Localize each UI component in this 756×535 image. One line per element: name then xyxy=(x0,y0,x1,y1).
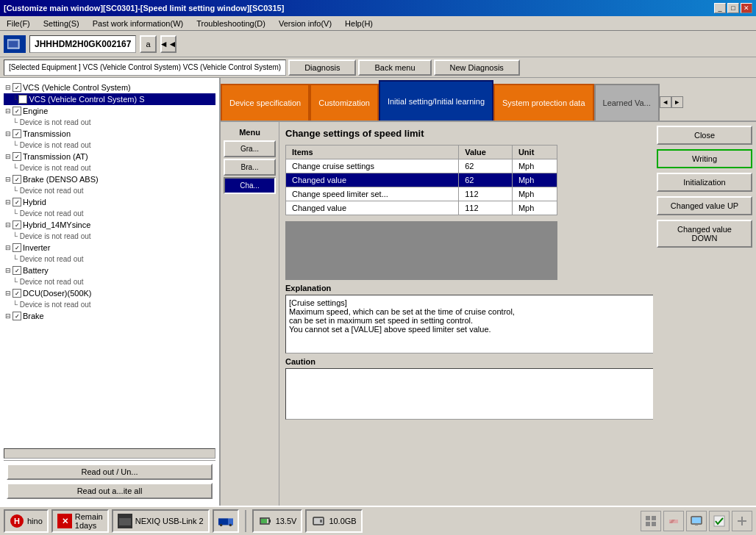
tab-left-arrow[interactable]: ◄ xyxy=(660,96,671,108)
read-out-all-button[interactable]: Read out a...ite all xyxy=(7,483,213,499)
taskbar-truck[interactable] xyxy=(213,509,239,533)
list-item[interactable]: ⊟ ✓ Inverter xyxy=(4,242,215,254)
list-item[interactable]: ⊟ ✓ Hybrid xyxy=(4,196,215,208)
tree-checkbox[interactable]: ✓ xyxy=(13,175,21,184)
tab-initial-setting[interactable]: Initial setting/Initial learning xyxy=(379,80,493,121)
svg-rect-21 xyxy=(646,522,650,526)
tree-checkbox[interactable]: ✓ xyxy=(13,152,21,161)
tree-checkbox[interactable]: ✓ xyxy=(13,129,21,138)
svg-rect-19 xyxy=(646,516,650,520)
taskbar-hino[interactable]: H hino xyxy=(4,509,49,533)
tree-checkbox[interactable]: ✓ xyxy=(13,198,21,207)
expand-icon[interactable]: ⊟ xyxy=(5,130,11,137)
taskbar-tools-button[interactable] xyxy=(732,511,752,531)
taskbar-grid-button[interactable] xyxy=(641,511,661,531)
expand-icon[interactable]: ⊟ xyxy=(5,244,11,251)
table-row[interactable]: Changed value 62 Mph xyxy=(286,173,557,187)
taskbar-monitor-button[interactable] xyxy=(686,511,707,531)
tree-checkbox[interactable]: ✓ xyxy=(13,83,21,92)
menu-troubleshoot[interactable]: Troubleshooting(D) xyxy=(193,18,268,29)
list-item[interactable]: ⊟ ✓ Battery xyxy=(4,265,215,276)
tree-checkbox[interactable]: ✓ xyxy=(13,107,21,115)
tree-leaf-label: └ Device not read out xyxy=(13,255,84,263)
close-button[interactable]: Close xyxy=(657,126,752,145)
list-item[interactable]: ⊟ ✓ VCS (Vehicle Control System) xyxy=(4,82,215,93)
taskbar-eraser-button[interactable] xyxy=(663,511,684,531)
list-item[interactable]: └ Device is not read out xyxy=(4,162,215,173)
tree-bottom-buttons: Read out / Un... Read out a...ite all xyxy=(4,460,215,502)
menu-setting[interactable]: Setting(S) xyxy=(40,18,82,29)
diagnosis-button[interactable]: Diagnosis xyxy=(288,60,356,76)
taskbar-check-button[interactable] xyxy=(709,511,730,531)
expand-icon[interactable]: ⊟ xyxy=(5,267,11,274)
left-menu-item-bra[interactable]: Bra... xyxy=(224,159,276,176)
expand-icon[interactable]: ⊟ xyxy=(5,198,11,206)
list-item[interactable]: └ Device not read out xyxy=(4,276,215,287)
tree-checkbox[interactable]: ✓ xyxy=(13,312,21,320)
tree-checkbox[interactable]: ✓ xyxy=(13,220,21,229)
close-window-button[interactable]: ✕ xyxy=(741,3,752,13)
list-item[interactable]: └ ✓ VCS (Vehicle Control System) S xyxy=(4,93,215,105)
table-row[interactable]: Change cruise settings 62 Mph xyxy=(286,159,557,173)
list-item[interactable]: └ Device is not read out xyxy=(4,117,215,128)
list-item[interactable]: ⊟ ✓ DCU(Doser)(500K) xyxy=(4,287,215,299)
tree-checkbox[interactable]: ✓ xyxy=(13,243,21,252)
tab-system-protection[interactable]: System protection data xyxy=(493,84,594,121)
table-row[interactable]: Changed value 112 Mph xyxy=(286,201,557,215)
left-menu-item-cha[interactable]: Cha... xyxy=(224,177,276,194)
expand-icon[interactable]: ⊟ xyxy=(5,290,11,297)
list-item[interactable]: ⊟ ✓ Transmission (AT) xyxy=(4,151,215,162)
back-menu-button[interactable]: Back menu xyxy=(358,60,431,76)
tab-right-arrow[interactable]: ► xyxy=(671,96,683,108)
nav-left-button[interactable]: ◄◄ xyxy=(160,35,176,53)
list-item[interactable]: └ Device is not read out xyxy=(4,231,215,242)
taskbar-nexiq[interactable]: NEXIQ USB-Link 2 xyxy=(112,509,210,533)
expand-icon[interactable]: ⊟ xyxy=(5,107,11,115)
menu-past-work[interactable]: Past work information(W) xyxy=(90,18,186,29)
list-item[interactable]: ⊟ ✓ Brake (DENSO ABS) xyxy=(4,173,215,185)
menu-file[interactable]: File(F) xyxy=(4,18,33,29)
list-item[interactable]: ⊟ ✓ Engine xyxy=(4,105,215,117)
table-cell-value: 112 xyxy=(459,187,513,201)
table-row[interactable]: Change speed limiter set... 112 Mph xyxy=(286,187,557,201)
menu-version[interactable]: Version info(V) xyxy=(276,18,335,29)
table-cell-items: Changed value xyxy=(286,201,459,215)
list-item[interactable]: ⊟ ✓ Brake xyxy=(4,310,215,322)
writing-button[interactable]: Writing xyxy=(657,149,752,168)
new-diagnosis-button[interactable]: New Diagnosis xyxy=(434,60,520,76)
changed-value-up-button[interactable]: Changed value UP xyxy=(657,196,752,215)
list-item[interactable]: └ Device not read out xyxy=(4,185,215,196)
list-item[interactable]: ⊟ ✓ Transmission xyxy=(4,128,215,140)
expand-icon[interactable]: ⊟ xyxy=(5,84,11,91)
expand-icon[interactable]: ⊟ xyxy=(5,176,11,183)
horizontal-scrollbar[interactable] xyxy=(4,448,215,459)
menu-help[interactable]: Help(H) xyxy=(342,18,376,29)
initialization-button[interactable]: Initialization xyxy=(657,173,752,192)
expand-icon[interactable]: ⊟ xyxy=(5,221,11,229)
tab-learned-value[interactable]: Learned Va... xyxy=(594,84,660,121)
expand-icon[interactable]: ⊟ xyxy=(5,312,11,320)
svg-rect-7 xyxy=(119,518,131,525)
a-button[interactable]: a xyxy=(140,35,156,53)
hino-label: hino xyxy=(27,517,43,525)
list-item[interactable]: └ Device not read out xyxy=(4,254,215,265)
nexiq-label: NEXIQ USB-Link 2 xyxy=(135,517,204,525)
changed-value-down-button[interactable]: Changed value DOWN xyxy=(657,220,752,248)
tab-device-specification[interactable]: Device specification xyxy=(221,84,310,121)
device-icon xyxy=(4,35,26,53)
explanation-line4: You cannot set a [VALUE] above speed lim… xyxy=(289,325,653,334)
read-out-button[interactable]: Read out / Un... xyxy=(7,464,213,480)
list-item[interactable]: └ Device not read out xyxy=(4,208,215,219)
list-item[interactable]: ⊟ ✓ Hybrid_14MYsince xyxy=(4,219,215,231)
minimize-button[interactable]: _ xyxy=(714,3,726,13)
list-item[interactable]: └ Device is not read out xyxy=(4,140,215,151)
tree-checkbox[interactable]: ✓ xyxy=(18,95,27,104)
list-item[interactable]: └ Device is not read out xyxy=(4,299,215,310)
tree-checkbox[interactable]: ✓ xyxy=(13,289,21,298)
taskbar-remain[interactable]: ✕ Remain 1days xyxy=(51,509,109,533)
tree-checkbox[interactable]: ✓ xyxy=(13,266,21,275)
left-menu-item-gra[interactable]: Gra... xyxy=(224,140,276,157)
expand-icon[interactable]: ⊟ xyxy=(5,153,11,160)
tab-customization[interactable]: Customization xyxy=(310,84,379,121)
maximize-button[interactable]: □ xyxy=(727,3,739,13)
